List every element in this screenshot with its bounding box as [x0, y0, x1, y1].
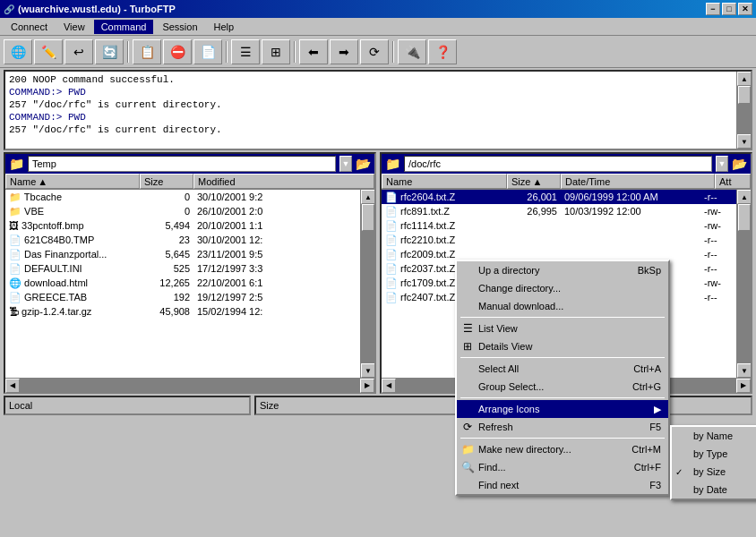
remote-hscroll-right[interactable]: ▶	[736, 379, 751, 393]
log-line-1: COMMAND:> PWD	[9, 86, 747, 98]
toolbar-reload-btn[interactable]: ⟳	[360, 39, 389, 64]
local-path-dropdown[interactable]: ▼	[339, 156, 352, 172]
local-hscroll-left[interactable]: ◀	[5, 379, 20, 393]
local-file-row[interactable]: 📄 DEFAULT.INI 525 17/12/1997 3:3	[5, 261, 360, 276]
remote-path-dropdown[interactable]: ▼	[716, 156, 728, 172]
log-scroll-up[interactable]: ▲	[737, 72, 752, 86]
menu-command[interactable]: Command	[94, 20, 154, 34]
toolbar-help-btn[interactable]: ❓	[428, 39, 457, 64]
log-area: 200 NOOP command successful. COMMAND:> P…	[4, 70, 752, 150]
remote-hscroll-left[interactable]: ◀	[382, 379, 396, 393]
remote-file-row[interactable]: 📄 rfc891.txt.Z 26,995 10/03/1992 12:00 -…	[382, 204, 736, 218]
toolbar-detailview-btn[interactable]: ⊞	[262, 39, 290, 64]
ctx-select-all[interactable]: Select All Ctrl+A	[457, 360, 668, 378]
log-scrollbar[interactable]: ▲ ▼	[736, 72, 751, 149]
ctx-group-select-shortcut: Ctrl+G	[632, 381, 661, 392]
local-hscroll[interactable]: ◀ ▶	[5, 378, 374, 392]
ctx-manual-download[interactable]: Manual download...	[457, 297, 668, 315]
remote-col-headers: Name Size ▲ Date/Time Att	[382, 174, 751, 190]
local-scroll-thumb[interactable]	[362, 204, 374, 231]
remote-folder-btn[interactable]: 📂	[732, 157, 747, 171]
menu-session[interactable]: Session	[155, 20, 204, 34]
remote-file-row[interactable]: 📄 rfc2210.txt.Z -r--	[382, 233, 736, 247]
submenu-by-name[interactable]: by Name	[672, 427, 756, 445]
submenu-by-date[interactable]: by Date	[672, 481, 756, 499]
menu-view[interactable]: View	[56, 20, 92, 34]
local-col-size[interactable]: Size	[140, 174, 193, 189]
ctx-refresh-shortcut: F5	[649, 422, 661, 432]
local-scroll-up[interactable]: ▲	[361, 190, 374, 204]
by-size-check: ✓	[675, 467, 683, 477]
toolbar-connect-btn[interactable]: 🌐	[4, 39, 32, 64]
local-hscroll-right[interactable]: ▶	[360, 379, 374, 393]
local-path-text: Temp	[32, 158, 56, 169]
local-file-row[interactable]: 📄 GREECE.TAB 192 19/12/1997 2:5	[5, 290, 360, 304]
remote-col-att[interactable]: Att	[715, 174, 751, 189]
remote-path-box[interactable]: /doc/rfc	[404, 156, 712, 172]
ctx-sep-3	[460, 397, 665, 398]
ctx-list-view[interactable]: ☰ List View	[457, 320, 668, 337]
submenu-by-type[interactable]: by Type	[672, 445, 756, 463]
remote-vscroll[interactable]: ▲ ▼	[736, 190, 751, 378]
toolbar-left-btn[interactable]: ⬅	[299, 39, 328, 64]
local-col-name[interactable]: Name ▲	[5, 174, 140, 189]
submenu-by-size[interactable]: ✓ by Size	[672, 463, 756, 481]
toolbar-refresh-btn[interactable]: 🔄	[95, 39, 124, 64]
remote-col-name[interactable]: Name	[382, 174, 507, 189]
remote-scroll-down[interactable]: ▼	[737, 363, 751, 378]
local-col-modified[interactable]: Modified	[193, 174, 374, 189]
toolbar-file-btn[interactable]: 📄	[193, 39, 222, 64]
remote-col-size[interactable]: Size ▲	[507, 174, 561, 189]
toolbar-stop-btn[interactable]: ⛔	[163, 39, 192, 64]
menu-help[interactable]: Help	[207, 20, 242, 34]
toolbar-back-btn[interactable]: ↩	[64, 39, 93, 64]
ctx-group-select[interactable]: Group Select... Ctrl+G	[457, 378, 668, 396]
remote-file-row[interactable]: 📄 rfc1114.txt.Z -rw-	[382, 218, 736, 233]
toolbar-listview-btn[interactable]: ☰	[231, 39, 260, 64]
toolbar-disconnect-btn[interactable]: 🔌	[398, 39, 426, 64]
ctx-sep-4	[460, 438, 665, 439]
remote-scroll-thumb[interactable]	[738, 204, 751, 231]
log-scroll-track	[737, 86, 751, 134]
local-file-row[interactable]: 🗜 gzip-1.2.4.tar.gz 45,908 15/02/1994 12…	[5, 304, 360, 319]
local-file-row[interactable]: 📄 Das Finanzportal... 5,645 23/11/2001 9…	[5, 247, 360, 261]
ctx-find-next[interactable]: Find next F3	[457, 476, 668, 494]
local-file-row[interactable]: 🖼 33pcntoff.bmp 5,494 20/10/2001 1:1	[5, 218, 360, 233]
local-file-row[interactable]: 📁 VBE 0 26/10/2001 2:0	[5, 204, 360, 218]
new-dir-icon: 📁	[460, 442, 475, 456]
local-scroll-down[interactable]: ▼	[361, 363, 374, 378]
log-scroll-down[interactable]: ▼	[737, 134, 752, 149]
ctx-new-directory[interactable]: 📁 Make new directory... Ctrl+M	[457, 440, 668, 458]
minimize-button[interactable]: −	[706, 3, 720, 15]
local-file-row[interactable]: 📁 Tbcache 0 30/10/2001 9:2	[5, 190, 360, 204]
ctx-change-directory[interactable]: Change directory...	[457, 279, 668, 297]
local-vscroll[interactable]: ▲ ▼	[360, 190, 374, 378]
ctx-up-directory[interactable]: Up a directory BkSp	[457, 261, 668, 279]
menu-connect[interactable]: Connect	[4, 20, 55, 34]
toolbar-copy-btn[interactable]: 📋	[133, 39, 161, 64]
list-view-icon: ☰	[460, 321, 475, 336]
toolbar-sep-2	[226, 41, 228, 63]
ctx-refresh[interactable]: ⟳ Refresh F5	[457, 418, 668, 436]
remote-panel-header: 📁 /doc/rfc ▼ 📂	[382, 154, 751, 174]
toolbar-sep-4	[392, 41, 394, 63]
ctx-details-view[interactable]: ⊞ Details View	[457, 337, 668, 355]
toolbar-edit-btn[interactable]: ✏️	[34, 39, 63, 64]
close-button[interactable]: ✕	[738, 3, 752, 15]
remote-scroll-up[interactable]: ▲	[737, 190, 751, 204]
by-size-label: by Size	[693, 466, 726, 477]
remote-file-row[interactable]: 📄 rfc2604.txt.Z 26,001 09/06/1999 12:00 …	[382, 190, 736, 204]
local-file-row[interactable]: 📄 621C84B0.TMP 23 30/10/2001 12:	[5, 233, 360, 247]
ctx-find[interactable]: 🔍 Find... Ctrl+F	[457, 458, 668, 476]
local-file-row[interactable]: 🌐 download.html 12,265 22/10/2001 6:1	[5, 276, 360, 290]
toolbar-right-btn[interactable]: ➡	[330, 39, 358, 64]
ctx-arrange-icons[interactable]: Arrange Icons ▶	[457, 400, 668, 418]
local-folder-btn[interactable]: 📂	[356, 157, 371, 171]
log-scroll-thumb[interactable]	[738, 86, 751, 104]
local-col-headers: Name ▲ Size Modified	[5, 174, 374, 190]
local-path-box[interactable]: Temp	[28, 156, 336, 172]
remote-col-datetime[interactable]: Date/Time	[561, 174, 715, 189]
by-type-label: by Type	[693, 448, 727, 459]
maximize-button[interactable]: □	[722, 3, 736, 15]
ctx-new-dir-shortcut: Ctrl+M	[631, 444, 661, 455]
